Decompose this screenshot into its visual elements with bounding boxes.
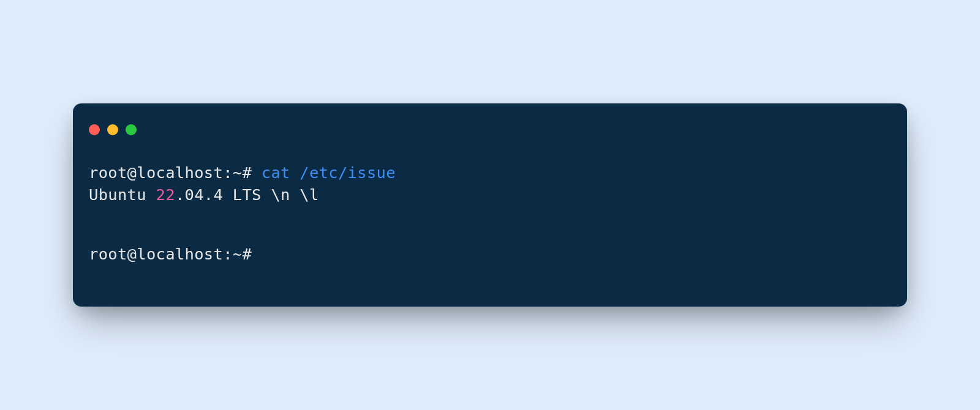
terminal-content[interactable]: root@localhost:~# cat /etc/issue Ubuntu …	[73, 135, 907, 281]
command-line-2: root@localhost:~#	[89, 244, 891, 266]
maximize-icon[interactable]	[126, 124, 137, 135]
output-line: Ubuntu 22.04.4 LTS \n \l	[89, 184, 891, 206]
output-suffix: .04.4 LTS \n \l	[175, 185, 319, 204]
output-number: 22	[156, 185, 175, 204]
close-icon[interactable]	[89, 124, 100, 135]
prompt-text: root@localhost:~#	[89, 163, 262, 182]
command-line-1: root@localhost:~# cat /etc/issue	[89, 162, 891, 184]
window-title-bar	[73, 103, 907, 135]
prompt-text: root@localhost:~#	[89, 245, 252, 263]
terminal-window: root@localhost:~# cat /etc/issue Ubuntu …	[73, 103, 907, 307]
command-text: cat /etc/issue	[262, 163, 396, 182]
minimize-icon[interactable]	[107, 124, 118, 135]
blank-line	[89, 206, 891, 243]
output-prefix: Ubuntu	[89, 185, 156, 204]
